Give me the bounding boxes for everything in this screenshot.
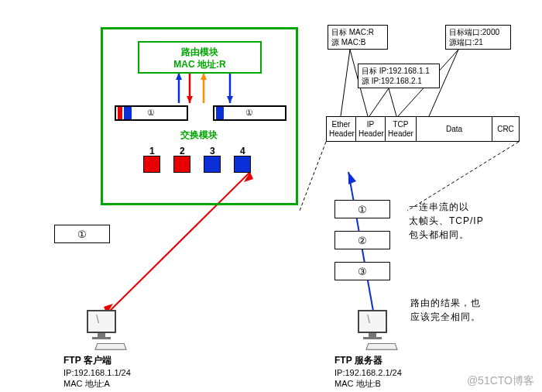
svg-line-15 [369, 88, 389, 116]
ftp-server-labels: FTP 服务器 IP:192.168.2.1/24 MAC 地址:B [334, 355, 402, 389]
port-label-2: 2 [180, 146, 185, 156]
explain-text-2: 路由的结果，也 应该完全相同。 [410, 296, 527, 324]
bar-marker-right: ① [245, 108, 253, 118]
info-mac-box: 目标 MAC:R 源 MAC:B [328, 25, 388, 50]
port-4 [234, 156, 251, 173]
port-3 [204, 156, 221, 173]
info-mac-src: 源 MAC:B [331, 37, 384, 47]
client-ip: IP:192.168.1.1/24 [63, 367, 131, 378]
ftp-client-labels: FTP 客户端 IP:192.168.1.1/24 MAC 地址:A [63, 355, 131, 389]
switch-bar-right: ① [213, 105, 286, 121]
client-mac: MAC 地址:A [63, 378, 131, 389]
bar-marker-left: ① [147, 108, 155, 118]
seq-box-left: ① [54, 225, 110, 243]
bar-seg-blue-r [216, 107, 224, 119]
ftp-client-computer [87, 310, 133, 352]
port-label-4: 4 [240, 146, 245, 156]
routing-module-box: 路由模块 MAC 地址:R [138, 41, 262, 74]
info-port-src: 源端口:21 [449, 37, 507, 47]
pkt-crc: CRC [492, 117, 519, 141]
info-port-dst: 目标端口:2000 [449, 27, 507, 37]
pkt-data: Data [417, 117, 492, 141]
router-device-box: 路由模块 MAC 地址:R 交换模块 ① ① 1 2 3 4 [101, 27, 298, 205]
seq-box-1: ① [334, 200, 390, 218]
svg-line-16 [389, 88, 396, 116]
info-mac-dst: 目标 MAC:R [331, 27, 384, 37]
bar-seg-blue [124, 107, 132, 119]
port-1 [143, 156, 160, 173]
pkt-tcp: TCP Header [386, 117, 417, 141]
seq-box-2: ② [334, 231, 390, 249]
routing-module-title: 路由模块 [139, 46, 260, 58]
switch-bar-left: ① [115, 105, 188, 121]
switch-module-label: 交换模块 [180, 129, 218, 142]
pkt-ether: Ether Header [327, 117, 356, 141]
server-title: FTP 服务器 [334, 355, 402, 366]
info-port-box: 目标端口:2000 源端口:21 [445, 25, 511, 50]
client-title: FTP 客户端 [63, 355, 131, 366]
svg-line-19 [300, 142, 326, 211]
port-label-3: 3 [210, 146, 215, 156]
info-ip-box: 目标 IP:192.168.1.1 源 IP:192.168.2.1 [358, 64, 440, 88]
watermark-text: @51CTO博客 [467, 374, 534, 388]
svg-marker-4 [348, 172, 356, 184]
info-ip-src: 源 IP:192.168.2.1 [362, 76, 436, 86]
explain-text-1: 一连串流的以 太帧头、TCP/IP 包头都相同。 [409, 200, 525, 242]
routing-module-mac: MAC 地址:R [139, 58, 260, 70]
seq-box-3: ③ [334, 262, 390, 280]
ftp-server-computer [358, 310, 404, 352]
server-ip: IP:192.168.2.1/24 [334, 367, 402, 378]
packet-structure: Ether Header IP Header TCP Header Data C… [326, 116, 520, 142]
pkt-ip: IP Header [356, 117, 386, 141]
server-mac: MAC 地址:B [334, 378, 402, 389]
bar-seg-red [118, 107, 122, 119]
svg-line-13 [341, 50, 350, 116]
port-label-1: 1 [149, 146, 155, 156]
info-ip-dst: 目标 IP:192.168.1.1 [362, 66, 436, 76]
port-2 [173, 156, 190, 173]
